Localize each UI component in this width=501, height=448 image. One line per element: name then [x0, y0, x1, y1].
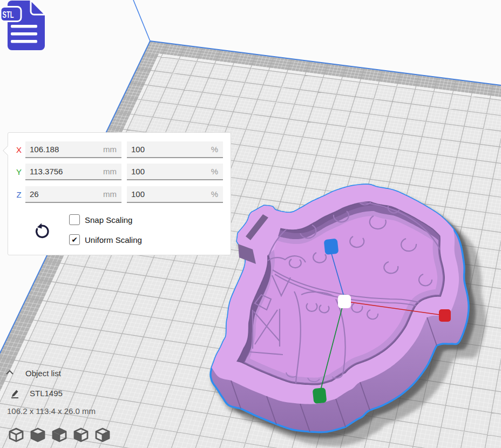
svg-text:STL: STL	[3, 10, 14, 19]
